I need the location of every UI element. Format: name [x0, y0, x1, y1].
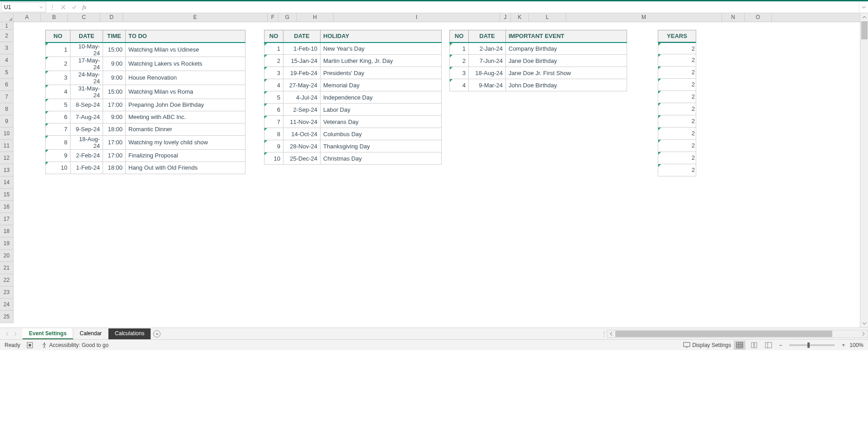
accessibility-status[interactable]: Accessibility: Good to go — [41, 342, 108, 348]
cell[interactable]: 9 — [46, 149, 71, 162]
cell[interactable]: Martin Luther King, Jr. Day — [321, 55, 442, 67]
cell[interactable]: 5 — [46, 99, 71, 111]
column-header-H[interactable]: H — [297, 13, 334, 22]
table-row[interactable]: 11-Feb-10New Year's Day — [264, 43, 442, 55]
cell[interactable]: 15:00 — [103, 85, 126, 99]
todo-header-date[interactable]: DATE — [71, 30, 103, 43]
table-row[interactable]: 818-Aug-2417:00Watching my lovely child … — [46, 135, 245, 149]
zoom-level[interactable]: 100% — [849, 342, 863, 348]
row-header-4[interactable]: 4 — [0, 54, 13, 66]
table-row[interactable]: 27-Jun-24Jane Doe Birthday — [450, 55, 627, 67]
years-cell[interactable]: 2 — [658, 128, 696, 140]
cell[interactable]: 7 — [264, 116, 283, 128]
cancel-formula-button[interactable] — [58, 2, 69, 12]
row-header-10[interactable]: 10 — [0, 128, 13, 140]
row-header-11[interactable]: 11 — [0, 140, 13, 152]
cell[interactable]: John Doe Birthday — [506, 79, 627, 91]
macro-record-icon[interactable] — [27, 342, 33, 348]
tab-nav-prev[interactable] — [4, 330, 11, 338]
cell[interactable]: 9 — [264, 140, 283, 152]
cell[interactable]: 10-May-24 — [71, 43, 103, 57]
years-header[interactable]: YEARS — [658, 30, 696, 42]
row-header-2[interactable]: 2 — [0, 30, 13, 42]
cell[interactable]: New Year's Day — [321, 43, 442, 55]
cell[interactable]: 7-Jun-24 — [469, 55, 506, 67]
table-row[interactable]: 101-Feb-2418:00Hang Out with Old Friends — [46, 162, 245, 174]
cell[interactable]: Meeting with ABC Inc. — [126, 111, 245, 123]
cell[interactable]: 25-Dec-24 — [283, 152, 321, 165]
hscroll-thumb[interactable] — [615, 331, 832, 337]
tab-split-handle[interactable]: ⋮ — [601, 331, 607, 337]
cell[interactable]: Hang Out with Old Friends — [126, 162, 245, 174]
row-header-20[interactable]: 20 — [0, 250, 13, 262]
cell[interactable]: 15-Jan-24 — [283, 55, 321, 67]
row-header-12[interactable]: 12 — [0, 152, 13, 164]
column-header-J[interactable]: J — [500, 13, 511, 22]
cell[interactable]: 10 — [46, 162, 71, 174]
table-row[interactable]: 215-Jan-24Martin Luther King, Jr. Day — [264, 55, 442, 67]
holiday-header-name[interactable]: HOLIDAY — [321, 30, 442, 43]
cell[interactable]: 1-Feb-24 — [71, 162, 103, 174]
cell[interactable]: 24-May-24 — [71, 71, 103, 85]
cell[interactable]: 9:00 — [103, 57, 126, 71]
table-row[interactable]: 928-Nov-24Thanksgiving Day — [264, 140, 442, 152]
cell[interactable]: 2 — [46, 57, 71, 71]
table-row[interactable]: 58-Sep-2417:00Preparing John Doe Birthda… — [46, 99, 245, 111]
cell[interactable]: Watching Milan vs Udinese — [126, 43, 245, 57]
add-sheet-button[interactable]: + — [151, 330, 163, 337]
cell[interactable]: 17-May-24 — [71, 57, 103, 71]
column-header-M[interactable]: M — [566, 13, 722, 22]
cell[interactable]: 1 — [46, 43, 71, 57]
cell[interactable]: Presidents' Day — [321, 67, 442, 79]
cell[interactable]: 17:00 — [103, 99, 126, 111]
cell[interactable]: 2-Jan-24 — [469, 43, 506, 55]
cell[interactable]: 14-Oct-24 — [283, 128, 321, 140]
cell[interactable]: 6 — [46, 111, 71, 123]
cell[interactable]: 2-Feb-24 — [71, 149, 103, 162]
cell[interactable]: Jane Doe Jr. First Show — [506, 67, 627, 79]
cell[interactable]: 1-Feb-10 — [283, 43, 321, 55]
column-header-N[interactable]: N — [722, 13, 745, 22]
column-header-D[interactable]: D — [100, 13, 123, 22]
holiday-header-no[interactable]: NO — [264, 30, 283, 43]
fx-icon[interactable]: fx — [82, 4, 86, 11]
cell[interactable]: 18:00 — [103, 123, 126, 135]
cell[interactable]: 3 — [264, 67, 283, 79]
cell[interactable]: 2-Sep-24 — [283, 104, 321, 116]
cell[interactable]: 4 — [264, 79, 283, 91]
cell[interactable]: 11-Nov-24 — [283, 116, 321, 128]
cell[interactable]: Finalizing Proposal — [126, 149, 245, 162]
row-header-5[interactable]: 5 — [0, 66, 13, 79]
event-header-date[interactable]: DATE — [469, 30, 506, 43]
holiday-header-date[interactable]: DATE — [283, 30, 321, 43]
cells-area[interactable]: NO DATE TIME TO DO 110-May-2415:00Watchi… — [14, 22, 860, 328]
cell[interactable]: Preparing John Doe Birthday — [126, 99, 245, 111]
cell[interactable]: 4 — [450, 79, 469, 91]
table-row[interactable]: 1025-Dec-24Christmas Day — [264, 152, 442, 165]
row-header-8[interactable]: 8 — [0, 103, 13, 115]
table-row[interactable]: 54-Jul-24Independence Day — [264, 91, 442, 104]
row-header-1[interactable]: 1 — [0, 22, 13, 30]
table-row[interactable]: 67-Aug-249:00Meeting with ABC Inc. — [46, 111, 245, 123]
row-header-18[interactable]: 18 — [0, 225, 13, 238]
cell[interactable]: Watching Milan vs Roma — [126, 85, 245, 99]
table-row[interactable]: 12-Jan-24Company Birthday — [450, 43, 627, 55]
row-header-22[interactable]: 22 — [0, 274, 13, 286]
name-box[interactable]: U1 — [1, 2, 46, 12]
vertical-scrollbar[interactable] — [860, 13, 868, 328]
event-header-no[interactable]: NO — [450, 30, 469, 43]
cell[interactable]: Labor Day — [321, 104, 442, 116]
cell[interactable]: Veterans Day — [321, 116, 442, 128]
years-cell[interactable]: 2 — [658, 115, 696, 128]
cell[interactable]: Thanksgiving Day — [321, 140, 442, 152]
years-cell[interactable]: 2 — [658, 42, 696, 54]
row-header-25[interactable]: 25 — [0, 311, 13, 323]
tab-calculations[interactable]: Calculations — [108, 328, 151, 339]
confirm-formula-button[interactable] — [69, 2, 80, 12]
column-header-B[interactable]: B — [41, 13, 68, 22]
expand-formula-bar[interactable] — [859, 2, 868, 12]
todo-header-time[interactable]: TIME — [103, 30, 126, 43]
column-header-C[interactable]: C — [68, 13, 100, 22]
scroll-thumb[interactable] — [861, 21, 868, 39]
cell[interactable]: 17:00 — [103, 149, 126, 162]
